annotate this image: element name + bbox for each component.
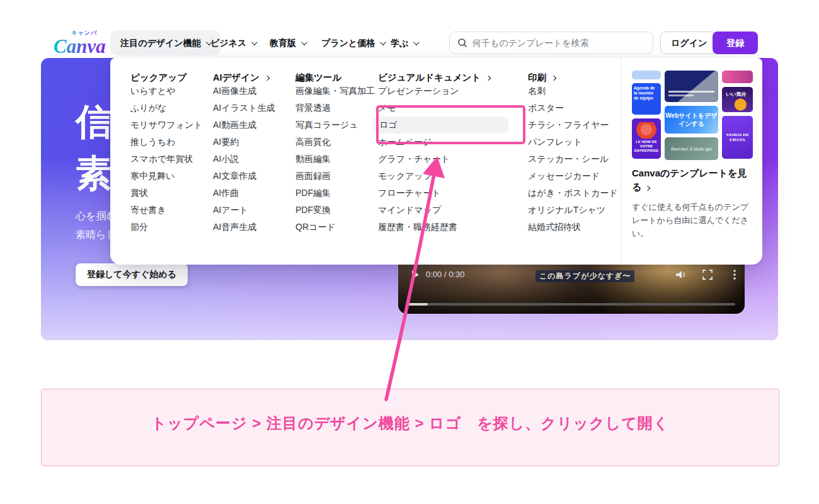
- nav-item-plans-pricing[interactable]: プランと価格: [319, 30, 387, 55]
- nav-item-learn[interactable]: 学ぶ: [388, 30, 420, 55]
- menu-column-header-pickup[interactable]: ピックアップ: [130, 73, 203, 83]
- chevron-down-icon: [301, 39, 307, 45]
- menu-column-header-print[interactable]: 印刷: [528, 73, 618, 83]
- menu-item[interactable]: はがき・ポストカード: [528, 185, 618, 202]
- see-canva-templates-link[interactable]: Canvaのテンプレートを見る: [632, 166, 753, 194]
- menu-item[interactable]: ステッカー・シール: [528, 151, 618, 168]
- fullscreen-icon[interactable]: [701, 268, 714, 281]
- menu-item[interactable]: ホームページ: [378, 134, 508, 151]
- chevron-down-icon: [413, 39, 420, 45]
- menu-item[interactable]: AI作曲: [213, 185, 275, 202]
- menu-item[interactable]: 寄せ書き: [130, 202, 203, 219]
- menu-column-ai-design: AIデザイン AI画像生成 AIイラスト生成 AI動画生成 AI要約 AI小説 …: [213, 73, 275, 236]
- template-thumbnails: Agenda de la reunión de equipo LE NOM DE…: [632, 71, 753, 160]
- menu-item[interactable]: AI画像生成: [213, 83, 275, 100]
- menu-item[interactable]: 背景透過: [295, 100, 375, 117]
- menu-item[interactable]: オリジナルTシャツ: [528, 202, 618, 219]
- instruction-text: トップページ > 注目のデザイン機能 > ロゴ を探し、クリックして開く: [42, 413, 779, 433]
- menu-item[interactable]: マインドマップ: [378, 202, 508, 219]
- template-text-line: [668, 91, 714, 93]
- menu-item[interactable]: 動画編集: [295, 151, 375, 168]
- menu-item[interactable]: AI要約: [213, 134, 275, 151]
- template-thumbnail[interactable]: [665, 71, 718, 102]
- featured-design-features-dropdown: ピックアップ いらすとや ふりがな モリサワフォント 推しうちわ スマホで年賀状…: [110, 58, 762, 265]
- chevron-right-icon: [644, 186, 650, 191]
- menu-item[interactable]: ふりがな: [130, 100, 203, 117]
- menu-item[interactable]: 節分: [130, 219, 203, 236]
- menu-item[interactable]: AI小説: [213, 151, 275, 168]
- canva-logo[interactable]: キャンバ Canva: [54, 29, 104, 56]
- video-progress-bar[interactable]: [408, 303, 735, 306]
- template-text-line: [668, 94, 694, 96]
- video-progress-fill: [408, 303, 428, 306]
- menu-item[interactable]: 推しうちわ: [130, 134, 203, 151]
- menu-item[interactable]: 履歴書・職務経歴書: [378, 219, 508, 236]
- more-options-icon[interactable]: [728, 268, 741, 281]
- chevron-down-icon: [251, 39, 258, 45]
- menu-item[interactable]: PDF編集: [295, 185, 375, 202]
- menu-item[interactable]: AIアート: [213, 202, 275, 219]
- nav-item-business[interactable]: ビジネス: [208, 30, 258, 55]
- menu-item[interactable]: 寒中見舞い: [130, 168, 203, 185]
- menu-column-print: 印刷 名刺 ポスター チラシ・フライヤー パンフレット ステッカー・シール メッ…: [528, 73, 618, 236]
- template-illustration: [636, 122, 657, 139]
- chevron-down-icon: [380, 39, 386, 45]
- menu-item[interactable]: AI動画生成: [213, 117, 275, 134]
- menu-item[interactable]: プレゼンテーション: [378, 83, 508, 100]
- top-navigation-bar: キャンバ Canva 注目のデザイン機能 ビジネス 教育版 プランと価格 学ぶ: [0, 0, 819, 58]
- template-thumbnail[interactable]: VAMOS DE FIESTA: [722, 116, 753, 159]
- menu-item[interactable]: メッセージカード: [528, 168, 618, 185]
- template-search-box[interactable]: [449, 32, 653, 54]
- menu-item[interactable]: 高画質化: [295, 134, 375, 151]
- template-thumbnail[interactable]: いい気分: [722, 87, 753, 112]
- menu-item[interactable]: チラシ・フライヤー: [528, 117, 618, 134]
- menu-item[interactable]: 写真コラージュ: [295, 117, 375, 134]
- menu-item[interactable]: モリサワフォント: [130, 117, 203, 134]
- template-thumbnail[interactable]: LE NOM DE VOTRE ENTREPRISE: [632, 118, 661, 159]
- search-input[interactable]: [472, 38, 636, 48]
- menu-item[interactable]: AI音声生成: [213, 219, 275, 236]
- menu-item[interactable]: PDF変換: [295, 202, 375, 219]
- chevron-right-icon: [265, 75, 270, 80]
- templates-panel: Agenda de la reunión de equipo LE NOM DE…: [621, 58, 762, 265]
- page: 信じ 素晴 心を掴む 素晴らしい 登録して今すぐ始める 0:00 / 0:30 …: [0, 0, 819, 504]
- menu-column-pickup: ピックアップ いらすとや ふりがな モリサワフォント 推しうちわ スマホで年賀状…: [130, 73, 203, 236]
- menu-item[interactable]: フローチャート: [378, 185, 508, 202]
- chevron-right-icon: [486, 75, 491, 80]
- menu-item[interactable]: 結婚式招待状: [528, 219, 618, 236]
- menu-item[interactable]: メモ: [378, 100, 508, 117]
- menu-item[interactable]: いらすとや: [130, 83, 203, 100]
- instruction-box: トップページ > 注目のデザイン機能 > ロゴ を探し、クリックして開く: [41, 389, 779, 466]
- menu-item[interactable]: パンフレット: [528, 134, 618, 151]
- chevron-right-icon: [551, 75, 556, 80]
- menu-item[interactable]: 画面録画: [295, 168, 375, 185]
- video-timestamp: 0:00 / 0:30: [426, 270, 464, 279]
- template-thumbnail[interactable]: Agenda de la reunión de equipo: [632, 83, 661, 115]
- menu-item[interactable]: AIイラスト生成: [213, 100, 275, 117]
- menu-column-header-editing-tools[interactable]: 編集ツール: [295, 73, 375, 83]
- templates-panel-description: すぐに使える何千点ものテンプレートから自由に選んでください。: [632, 200, 755, 240]
- menu-column-header-ai-design[interactable]: AIデザイン: [213, 73, 275, 83]
- menu-item[interactable]: 画像編集・写真加工: [295, 83, 375, 100]
- nav-item-education[interactable]: 教育版: [267, 30, 308, 55]
- template-thumbnail[interactable]: [632, 71, 661, 79]
- menu-item[interactable]: 名刺: [528, 83, 618, 100]
- template-thumbnail[interactable]: Webサイトをデザインする: [665, 106, 718, 134]
- menu-item[interactable]: ポスター: [528, 100, 618, 117]
- menu-item-logo[interactable]: ロゴ: [373, 117, 508, 134]
- menu-item[interactable]: スマホで年賀状: [130, 151, 203, 168]
- play-icon[interactable]: [412, 270, 419, 279]
- nav-item-featured-design-features[interactable]: 注目のデザイン機能: [110, 30, 220, 55]
- menu-item[interactable]: AI文章作成: [213, 168, 275, 185]
- login-button[interactable]: ログイン: [660, 32, 718, 54]
- menu-item[interactable]: 賞状: [130, 185, 203, 202]
- template-thumbnail[interactable]: [722, 71, 753, 83]
- template-thumbnail[interactable]: Inserisci il titolo qui: [665, 137, 718, 160]
- signup-now-button[interactable]: 登録して今すぐ始める: [76, 263, 188, 286]
- volume-icon[interactable]: [674, 268, 687, 281]
- signup-button[interactable]: 登録: [713, 32, 758, 54]
- menu-item[interactable]: モックアップ: [378, 168, 508, 185]
- menu-column-header-visual-documents[interactable]: ビジュアルドキュメント: [378, 73, 508, 83]
- menu-item[interactable]: グラフ・チャート: [378, 151, 508, 168]
- menu-item[interactable]: QRコード: [295, 219, 375, 236]
